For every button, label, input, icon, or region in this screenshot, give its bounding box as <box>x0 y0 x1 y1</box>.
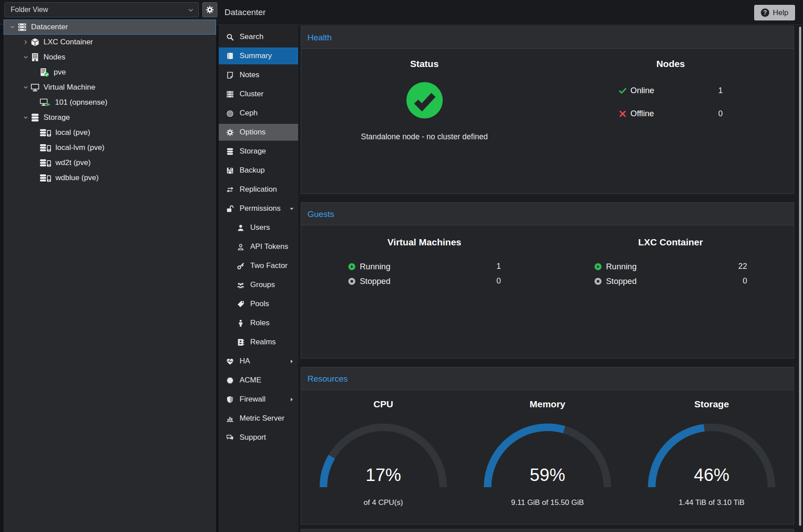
tree-item-storage-local-lvm[interactable]: local-lvm (pve) <box>4 140 216 155</box>
cpu-gauge: 17% <box>316 419 450 491</box>
book-icon <box>225 52 235 60</box>
nav-item-ceph[interactable]: Ceph <box>219 105 298 122</box>
vertical-scrollbar[interactable] <box>799 27 801 526</box>
nav-item-cluster[interactable]: Cluster <box>219 86 298 102</box>
chevron-down-icon[interactable] <box>187 7 194 14</box>
server-stack-icon <box>225 91 235 98</box>
tree-item-storage-wd2t[interactable]: wd2t (pve) <box>4 155 216 170</box>
nav-item-options[interactable]: Options <box>219 124 298 141</box>
tree-item-datacenter[interactable]: Datacenter <box>4 20 216 35</box>
caret-right-icon[interactable] <box>289 397 295 402</box>
lxc-stopped-value: 0 <box>743 276 747 286</box>
health-status-column: Status Standalone node - no cluster defi… <box>301 49 547 142</box>
nav-item-label: Groups <box>250 280 275 289</box>
tree-item-lxc-container[interactable]: LXC Container <box>4 35 216 50</box>
guests-lxc-column: LXC Container Running 22 Stopped 0 <box>547 225 794 288</box>
nav-item-api-tokens[interactable]: API Tokens <box>219 238 298 255</box>
nav-item-label: Storage <box>240 147 266 156</box>
bar-chart-icon <box>225 415 235 422</box>
tree-item-label: 101 (opnsense) <box>55 98 107 107</box>
resources-panel-title: Resources <box>301 367 794 390</box>
chevron-right-icon[interactable] <box>21 39 31 45</box>
cpu-sub-label: of 4 CPU(s) <box>364 498 403 507</box>
guests-panel-title: Guests <box>301 203 794 225</box>
user-outline-icon <box>236 243 245 251</box>
storage-percent: 46% <box>645 465 779 485</box>
nav-item-metric-server[interactable]: Metric Server <box>219 410 298 427</box>
chevron-down-icon[interactable] <box>21 54 31 60</box>
search-icon <box>225 33 235 41</box>
nav-item-groups[interactable]: Groups <box>219 276 298 293</box>
chevron-down-icon[interactable] <box>8 24 17 30</box>
nav-item-notes[interactable]: Notes <box>219 67 298 83</box>
tree-item-label: Virtual Machine <box>43 83 95 92</box>
lxc-running-label: Running <box>606 262 637 272</box>
nodes-online-label: Online <box>630 86 654 95</box>
caret-down-icon[interactable] <box>289 206 295 212</box>
nav-item-search[interactable]: Search <box>219 28 298 45</box>
nav-item-pools[interactable]: Pools <box>219 296 298 312</box>
tree-item-label: local (pve) <box>55 128 90 137</box>
health-panel-title: Health <box>301 26 794 49</box>
tree-view-selector[interactable]: Folder View <box>4 2 199 17</box>
tree-item-pve[interactable]: pve <box>4 65 216 80</box>
nav-item-replication[interactable]: Replication <box>219 181 298 198</box>
nav-item-ha[interactable]: HA <box>219 353 298 370</box>
nav-item-realms[interactable]: Realms <box>219 334 298 351</box>
caret-right-icon[interactable] <box>289 359 295 364</box>
table-row: Running 1 <box>348 259 501 274</box>
nav-item-label: Realms <box>250 338 276 347</box>
nav-panel-title: Datacenter <box>224 0 266 25</box>
node-online-icon <box>39 68 50 77</box>
tree-item-nodes[interactable]: Nodes <box>4 50 216 65</box>
status-ok-icon <box>406 82 443 119</box>
nav-item-storage[interactable]: Storage <box>219 143 298 160</box>
tree-item-storage-local[interactable]: local (pve) <box>4 125 216 140</box>
table-row: Stopped 0 <box>594 274 747 288</box>
running-icon <box>348 263 356 271</box>
tree-item-label: Storage <box>43 113 70 122</box>
nav-item-firewall[interactable]: Firewall <box>219 391 298 408</box>
ceph-icon <box>225 110 235 117</box>
table-row: Online 1 <box>618 79 723 102</box>
table-row: Offline 0 <box>618 102 723 125</box>
lxc-running-value: 22 <box>738 262 747 271</box>
chevron-down-icon[interactable] <box>21 114 31 121</box>
tree-item-label: LXC Container <box>43 38 93 47</box>
chevron-down-icon[interactable] <box>21 84 31 91</box>
memory-sub-label: 9.11 GiB of 15.50 GiB <box>511 498 584 507</box>
storage-drive-icon <box>39 128 51 137</box>
nav-item-label: Ceph <box>240 109 258 118</box>
running-icon <box>594 263 602 271</box>
storage-icon <box>31 113 39 122</box>
tree-item-virtual-machine[interactable]: Virtual Machine <box>4 80 216 95</box>
resources-panel: Resources CPU 17% of 4 CPU(s) Memory 59%… <box>301 367 794 524</box>
tree-item-storage[interactable]: Storage <box>4 110 216 125</box>
nav-item-label: Summary <box>240 51 272 60</box>
nav-item-roles[interactable]: Roles <box>219 315 298 331</box>
nav-item-backup[interactable]: Backup <box>219 162 298 179</box>
tree-item-vm-101[interactable]: 101 (opnsense) <box>4 95 216 110</box>
nav-item-users[interactable]: Users <box>219 219 298 236</box>
nav-item-acme[interactable]: ACME <box>219 372 298 389</box>
tree-item-label: pve <box>54 68 66 77</box>
nav-item-summary[interactable]: Summary <box>219 47 298 64</box>
vm-running-value: 1 <box>496 262 501 271</box>
nav-item-support[interactable]: Support <box>219 429 298 446</box>
cube-icon <box>31 38 39 47</box>
nav-item-two-factor[interactable]: Two Factor <box>219 257 298 274</box>
users-group-icon <box>236 281 245 289</box>
lxc-stopped-label: Stopped <box>606 276 637 286</box>
tree-item-label: wdblue (pve) <box>55 173 98 182</box>
nav-item-label: Metric Server <box>240 414 284 423</box>
table-row: Stopped 0 <box>348 274 501 288</box>
lxc-header: LXC Container <box>638 237 703 248</box>
vm-table: Running 1 Stopped 0 <box>348 259 501 288</box>
tree-settings-button[interactable] <box>202 2 217 17</box>
tree-item-storage-wdblue[interactable]: wdblue (pve) <box>4 170 216 185</box>
nodes-offline-value: 0 <box>718 109 723 118</box>
resource-tree: Datacenter LXC Container Nodes pve Virtu… <box>4 20 216 532</box>
help-button[interactable]: ? Help <box>754 5 795 20</box>
address-book-icon <box>236 339 245 346</box>
nav-item-permissions[interactable]: Permissions <box>219 200 298 217</box>
